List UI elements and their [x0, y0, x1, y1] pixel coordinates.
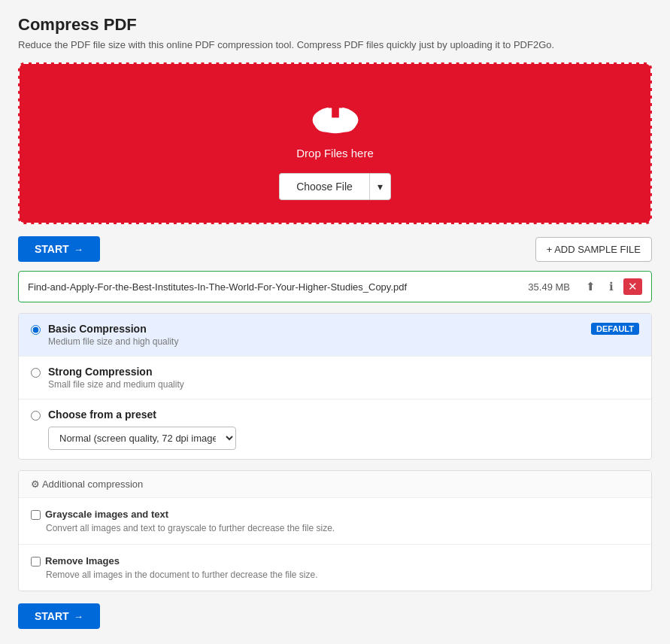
- preset-select[interactable]: Normal (screen quality, 72 dpi images) H…: [48, 427, 236, 450]
- file-upload-icon-button[interactable]: ⬆: [582, 278, 599, 295]
- add-sample-button[interactable]: + ADD SAMPLE FILE: [535, 237, 652, 262]
- option-strong-label: Strong Compression: [48, 366, 152, 378]
- option-strong-sublabel: Small file size and medium quality: [48, 379, 639, 390]
- radio-preset[interactable]: [31, 411, 41, 421]
- additional-panel: ⚙ Additional compression Grayscale image…: [18, 470, 652, 591]
- option-strong[interactable]: Strong Compression Small file size and m…: [19, 357, 651, 399]
- remove-images-desc: Remove all images in the document to fur…: [46, 570, 639, 580]
- file-name: Find-and-Apply-For-the-Best-Institutes-I…: [28, 281, 522, 293]
- file-row: Find-and-Apply-For-the-Best-Institutes-I…: [18, 271, 652, 302]
- radio-basic[interactable]: [31, 325, 41, 335]
- option-basic[interactable]: Basic Compression DEFAULT Medium file si…: [19, 314, 651, 357]
- option-basic-sublabel: Medium file size and high quality: [48, 336, 639, 347]
- start-arrow-top: →: [74, 244, 83, 255]
- remove-images-label[interactable]: Remove Images: [31, 555, 639, 567]
- file-remove-icon-button[interactable]: ✕: [623, 278, 642, 295]
- file-info-icon-button[interactable]: ℹ: [605, 278, 617, 295]
- grayscale-desc: Convert all images and text to grayscale…: [46, 523, 639, 533]
- page-title: Compress PDF: [18, 15, 652, 35]
- remove-images-checkbox[interactable]: [31, 557, 41, 567]
- start-arrow-bottom: →: [74, 611, 83, 622]
- upload-area[interactable]: Drop Files here Choose File ▾: [18, 62, 652, 224]
- start-button-top[interactable]: START →: [18, 236, 100, 262]
- option-preset-label: Choose from a preset: [48, 409, 156, 421]
- svg-marker-4: [328, 95, 342, 108]
- options-panel: Basic Compression DEFAULT Medium file si…: [18, 313, 652, 460]
- page-subtitle: Reduce the PDF file size with this onlin…: [18, 39, 652, 50]
- radio-strong[interactable]: [31, 368, 41, 378]
- option-preset[interactable]: Choose from a preset Normal (screen qual…: [19, 399, 651, 459]
- drop-files-text: Drop Files here: [296, 147, 374, 159]
- file-size: 35.49 MB: [528, 281, 570, 293]
- grayscale-item: Grayscale images and text Convert all im…: [19, 498, 651, 545]
- grayscale-label[interactable]: Grayscale images and text: [31, 509, 639, 520]
- start-label-top: START: [35, 243, 69, 255]
- start-button-bottom[interactable]: START →: [18, 603, 100, 629]
- upload-cloud-icon: [305, 87, 365, 139]
- option-basic-label: Basic Compression: [48, 323, 147, 335]
- choose-file-button[interactable]: Choose File: [279, 173, 369, 200]
- remove-images-item: Remove Images Remove all images in the d…: [19, 545, 651, 591]
- start-label-bottom: START: [35, 610, 69, 622]
- default-badge: DEFAULT: [591, 323, 639, 335]
- additional-header: ⚙ Additional compression: [19, 471, 651, 498]
- grayscale-checkbox[interactable]: [31, 510, 41, 520]
- choose-file-dropdown-button[interactable]: ▾: [369, 173, 391, 200]
